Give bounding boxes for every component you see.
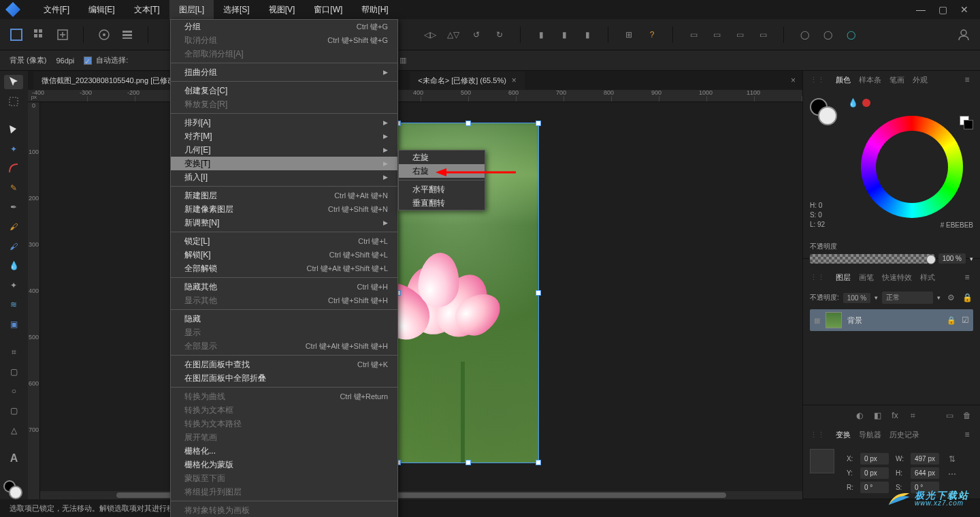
- help-icon[interactable]: ?: [644, 27, 660, 43]
- tab-effects[interactable]: 快速特效: [882, 272, 912, 283]
- mask-icon[interactable]: ◐: [853, 409, 866, 422]
- tab-history[interactable]: 历史记录: [889, 430, 919, 440]
- color-swatches[interactable]: [3, 480, 24, 495]
- w-value[interactable]: 497 px: [911, 453, 939, 465]
- tab-styles[interactable]: 样式: [920, 272, 935, 283]
- menu-row[interactable]: 扭曲分组▶: [171, 65, 397, 79]
- link-dims-icon[interactable]: ⇅: [946, 453, 958, 465]
- checkbox-icon[interactable]: ✓: [84, 57, 92, 65]
- dropdown-icon[interactable]: ▾: [937, 294, 941, 301]
- persona-export-icon[interactable]: [54, 27, 71, 43]
- tab-navigator[interactable]: 导航器: [859, 430, 881, 440]
- submenu-row[interactable]: 右旋: [399, 164, 485, 178]
- resize-handle[interactable]: [536, 460, 541, 465]
- move-tool-icon[interactable]: [4, 75, 23, 89]
- panel-menu-icon[interactable]: ≡: [961, 428, 973, 441]
- pencil-tool-icon[interactable]: ✎: [4, 181, 23, 195]
- document-tab[interactable]: <未命名> [已修改] (65.5%) ×: [410, 72, 525, 90]
- more-icon[interactable]: ⋯: [946, 468, 958, 480]
- minimize-icon[interactable]: —: [916, 5, 926, 14]
- order-forward-icon[interactable]: ▭: [732, 27, 748, 43]
- account-icon[interactable]: [956, 27, 972, 43]
- scrollbar-horizontal[interactable]: [40, 491, 802, 499]
- align-left-icon[interactable]: ▮: [533, 27, 549, 43]
- align-center-icon[interactable]: ▮: [556, 27, 572, 43]
- menu-row[interactable]: 对齐[M]▶: [171, 129, 397, 143]
- menu-select[interactable]: 选择[S]: [214, 0, 259, 20]
- snapping-icon[interactable]: ⊞: [621, 27, 637, 43]
- y-value[interactable]: 0 px: [860, 467, 889, 479]
- node-tool-icon[interactable]: [4, 123, 23, 137]
- menu-layer[interactable]: 图层[L]: [169, 0, 214, 20]
- corner-tool-icon[interactable]: [4, 161, 23, 176]
- menu-row[interactable]: 新建像素图层Ctrl 键+Shift 键+N: [171, 202, 397, 216]
- ctx-dpi[interactable]: 96dpi: [56, 57, 74, 65]
- menu-window[interactable]: 窗口[W]: [304, 0, 352, 20]
- adjust-icon[interactable]: ◧: [871, 409, 883, 422]
- eyedropper-icon[interactable]: 💧: [848, 98, 858, 108]
- resize-handle[interactable]: [536, 121, 541, 126]
- menu-row[interactable]: 排列[A]▶: [171, 116, 397, 129]
- rotate-cw-icon[interactable]: ↻: [491, 27, 508, 43]
- menu-row[interactable]: 新建图层Ctrl 键+Alt 键+N: [171, 189, 397, 202]
- crop-icon[interactable]: ⌗: [906, 409, 919, 422]
- preferences-icon[interactable]: [119, 27, 135, 43]
- tab-appearance[interactable]: 外观: [913, 75, 928, 85]
- boolean-add-icon[interactable]: ◯: [796, 27, 813, 43]
- triangle-tool-icon[interactable]: △: [4, 423, 23, 437]
- text-tool-icon[interactable]: A: [4, 451, 23, 465]
- color-dot-icon[interactable]: [862, 99, 870, 107]
- persona-design-icon[interactable]: [8, 27, 24, 43]
- lock-icon[interactable]: 🔒: [961, 292, 973, 304]
- dropdown-icon[interactable]: ▾: [970, 255, 973, 262]
- menu-row[interactable]: 变换[T]▶: [171, 157, 397, 170]
- menu-row[interactable]: 在图层面板中查找Ctrl 键+K: [171, 358, 397, 371]
- menu-row[interactable]: 隐藏其他Ctrl 键+H: [171, 280, 397, 294]
- submenu-row[interactable]: 水平翻转: [399, 183, 485, 196]
- hex-readout[interactable]: # EBEBEB: [941, 221, 973, 229]
- document-tab[interactable]: 微信截图_20230808105540.png [已修改]: [33, 72, 185, 90]
- grip-icon[interactable]: ⋮⋮: [810, 430, 825, 439]
- maximize-icon[interactable]: ▢: [938, 5, 947, 14]
- ctx-auto-select[interactable]: ✓ 自动选择:: [84, 55, 128, 65]
- tab-stroke[interactable]: 笔画: [889, 75, 904, 85]
- boolean-subtract-icon[interactable]: ◯: [819, 27, 836, 43]
- checker-icon[interactable]: ▦: [814, 317, 820, 324]
- color-wheel[interactable]: [861, 116, 963, 218]
- place-image-icon[interactable]: ▣: [4, 317, 23, 332]
- flip-v-icon[interactable]: △▽: [445, 27, 461, 43]
- menu-row[interactable]: 在图层面板中全部折叠: [171, 371, 397, 385]
- menu-help[interactable]: 帮助[H]: [352, 0, 397, 20]
- order-back-icon[interactable]: ▭: [685, 27, 702, 43]
- menu-row[interactable]: 几何[E]▶: [171, 143, 397, 157]
- tab-transform[interactable]: 变换: [836, 430, 851, 440]
- artboard-tool-icon[interactable]: [4, 95, 23, 109]
- fill-tool-icon[interactable]: ✦: [4, 279, 23, 293]
- delete-layer-icon[interactable]: 🗑: [961, 409, 973, 422]
- rectangle-tool-icon[interactable]: ▢: [4, 364, 23, 379]
- opacity-slider[interactable]: [810, 254, 934, 264]
- doc-setup-icon[interactable]: [96, 27, 112, 43]
- brush-tool-icon[interactable]: 🖌: [4, 220, 23, 234]
- panel-menu-icon[interactable]: ≡: [961, 271, 973, 283]
- menu-row[interactable]: 分组Ctrl 键+G: [171, 20, 397, 33]
- pen-tool-icon[interactable]: ✒: [4, 200, 23, 215]
- tabs-close-all-icon[interactable]: ×: [791, 76, 802, 85]
- ellipse-tool-icon[interactable]: ○: [4, 384, 23, 398]
- order-front-icon[interactable]: ▭: [755, 27, 771, 43]
- dropdown-icon[interactable]: ▾: [875, 294, 878, 301]
- paint-brush-icon[interactable]: 🖌: [4, 239, 23, 253]
- blend-mode-select[interactable]: 正常: [882, 292, 933, 304]
- grip-icon[interactable]: ⋮⋮: [810, 273, 825, 282]
- gear-icon[interactable]: ⚙: [945, 292, 957, 304]
- mini-swatch[interactable]: [960, 116, 973, 129]
- menu-view[interactable]: 视图[V]: [259, 0, 305, 20]
- add-layer-icon[interactable]: ▭: [943, 409, 956, 422]
- layer-opacity-value[interactable]: 100 %: [843, 293, 870, 303]
- opacity-value[interactable]: 100 %: [938, 253, 966, 264]
- menu-row[interactable]: 栅格化为蒙版: [171, 458, 397, 471]
- anchor-selector[interactable]: [810, 449, 834, 473]
- resize-handle[interactable]: [536, 290, 541, 296]
- eyedropper-icon[interactable]: 💧: [4, 259, 23, 273]
- submenu-row[interactable]: 垂直翻转: [399, 196, 485, 210]
